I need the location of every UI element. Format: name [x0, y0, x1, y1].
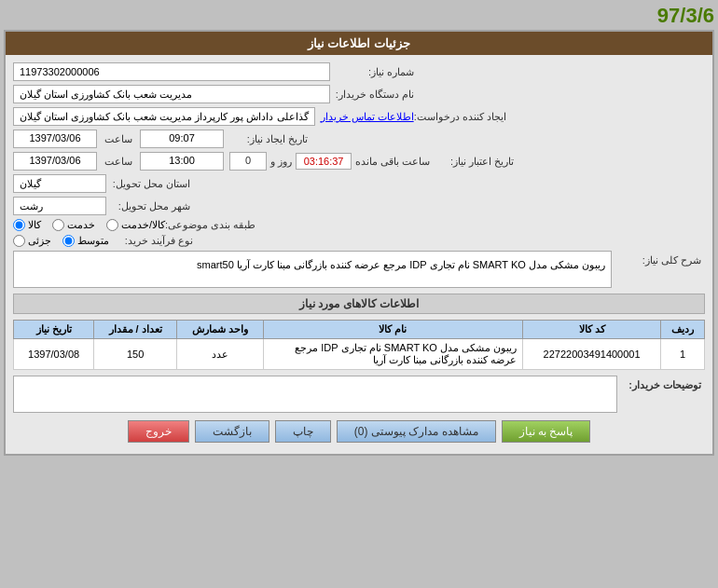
exit-button[interactable]: خروج [128, 420, 189, 443]
countdown-value: 03:16:37 [296, 153, 352, 170]
created-time-label: ساعت [104, 133, 132, 145]
request-number-row: شماره نياز: 11973302000006 [13, 62, 705, 81]
contact-info-link[interactable]: اطلاعات تماس خريدار [321, 111, 414, 123]
buyer-org-label: نام دستگاه خريدار: [330, 89, 414, 101]
description-value: ريبون مشکی مدل SMART KO نام تجاری IDP مر… [13, 251, 612, 288]
category-label: طبقه بندی موضوعی: [165, 219, 255, 231]
goods-table: رديف کد کالا نام کالا واحد شمارش تعداد /… [13, 320, 705, 370]
notes-section: توضيحات خريدار: [13, 376, 705, 413]
goods-section-header: اطلاعات کالاهای مورد نياز [13, 294, 705, 314]
created-date-value: 1397/03/06 [13, 130, 97, 148]
buyer-org-value: مديريت شعب بانک کشاورزی استان گيلان [13, 85, 330, 103]
created-date-row: تاريخ ايجاد نياز: 09:07 ساعت 1397/03/06 [13, 130, 705, 148]
category-option-1[interactable]: کالا [13, 219, 41, 231]
created-date-label: تاريخ ايجاد نياز: [224, 133, 308, 145]
days-label: روز و [270, 156, 292, 168]
description-label: شرح کلی نياز: [617, 251, 701, 267]
cell-qty: 150 [94, 339, 177, 370]
city-label: شهر محل تحويل: [106, 200, 190, 212]
col-code: کد کالا [523, 321, 661, 339]
cell-name: ريبون مشکی مدل SMART KO نام تجاری IDP مر… [263, 339, 523, 370]
reply-button[interactable]: پاسخ به نياز [502, 420, 591, 443]
panel-header: جزئيات اطلاعات نياز [6, 32, 712, 55]
remaining-label: ساعت باقی مانده [355, 156, 430, 168]
category-option-2[interactable]: خدمت [52, 219, 95, 231]
col-name: نام کالا [263, 321, 523, 339]
cell-index: 1 [661, 339, 705, 370]
created-time-value: 09:07 [140, 130, 224, 148]
requester-row: ايجاد کننده درخواست: اطلاعات تماس خريدار… [13, 107, 705, 126]
view-docs-button[interactable]: مشاهده مدارک پيوستی (0) [337, 420, 496, 443]
process-type-row: نوع فرآيند خريد: متوسط جزئی [13, 235, 705, 247]
process-type-option-1[interactable]: جزئی [13, 235, 51, 247]
cell-date: 1397/03/08 [14, 339, 94, 370]
col-unit: واحد شمارش [177, 321, 263, 339]
countdown-row: ساعت باقی مانده 03:16:37 روز و 0 [229, 152, 430, 171]
category-row: طبقه بندی موضوعی: کالا/خدمت خدمت کالا [13, 219, 705, 231]
expire-date-row: تاريخ اعتبار نياز: ساعت باقی مانده 03:16… [13, 152, 705, 171]
category-option-3[interactable]: کالا/خدمت [106, 219, 165, 231]
notes-label: توضيحات خريدار: [617, 376, 701, 391]
col-date: تاريخ نياز [14, 321, 94, 339]
panel-title: جزئيات اطلاعات نياز [308, 36, 410, 50]
days-value: 0 [229, 152, 267, 171]
col-qty: تعداد / مقدار [94, 321, 177, 339]
back-button[interactable]: بازگشت [195, 420, 269, 443]
expire-date-value: 1397/03/06 [13, 152, 97, 171]
version-badge: 97/3/6 [657, 4, 714, 28]
print-button[interactable]: چاپ [275, 420, 331, 443]
expire-time-label: ساعت [104, 156, 132, 168]
province-value: گيلان [13, 174, 106, 193]
process-type-option-2[interactable]: متوسط [62, 235, 109, 247]
process-type-label: نوع فرآيند خريد: [109, 235, 193, 247]
requester-value: گذاعلی داداش پور کارپرداز مديريت شعب بان… [13, 107, 315, 126]
table-row: 1 22722003491400001 ريبون مشکی مدل SMART… [14, 339, 705, 370]
city-row: شهر محل تحويل: رشت [13, 197, 705, 215]
buyer-org-row: نام دستگاه خريدار: مديريت شعب بانک کشاور… [13, 85, 705, 103]
col-index: رديف [661, 321, 705, 339]
request-number-label: شماره نياز: [330, 66, 414, 78]
description-section: شرح کلی نياز: ريبون مشکی مدل SMART KO نا… [13, 251, 705, 288]
cell-code: 22722003491400001 [523, 339, 661, 370]
request-number-value: 11973302000006 [13, 62, 330, 81]
province-label: استان محل تحويل: [106, 178, 190, 190]
footer-buttons: پاسخ به نياز مشاهده مدارک پيوستی (0) چاپ… [13, 413, 705, 446]
city-value: رشت [13, 197, 106, 215]
notes-box[interactable] [13, 376, 617, 413]
process-type-radio-group: متوسط جزئی [13, 235, 109, 247]
province-row: استان محل تحويل: گيلان [13, 174, 705, 193]
category-radio-group: کالا/خدمت خدمت کالا [13, 219, 165, 231]
cell-unit: عدد [177, 339, 263, 370]
expire-time-value: 13:00 [140, 152, 224, 171]
expire-date-label: تاريخ اعتبار نياز: [430, 156, 514, 168]
requester-label: ايجاد کننده درخواست: [414, 111, 506, 123]
